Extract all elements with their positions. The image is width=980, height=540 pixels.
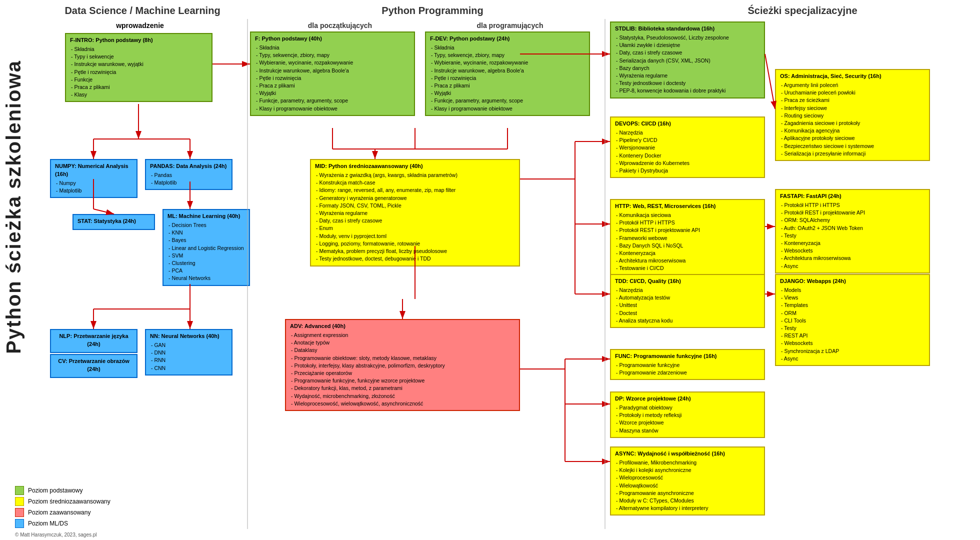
list-item: PCA bbox=[168, 267, 245, 274]
py-sub-header-programmer: dla programujących bbox=[425, 22, 595, 30]
list-item: Typy, sekwencje, zbiory, mapy bbox=[256, 52, 410, 59]
list-item: GAN bbox=[151, 342, 228, 349]
os-box: OS: Administracja, Sieć, Security (16h) … bbox=[775, 69, 930, 161]
list-item: Formaty JSON, CSV, TOML, Pickle bbox=[316, 202, 515, 210]
list-item: Assignment expression bbox=[291, 332, 515, 339]
adv-title: ADV: Advanced (40h) bbox=[290, 322, 515, 330]
list-item: Protokoły i metody refleksji bbox=[616, 412, 760, 419]
f-dev-box: F-DEV: Python podstawy (24h) Składnia Ty… bbox=[425, 32, 590, 116]
diagram: wprowadzenie F-INTRO: Python podstawy (8… bbox=[40, 19, 980, 529]
list-item: Wieloprocesowość bbox=[616, 474, 760, 482]
django-box: DJANGO: Webapps (24h) Models Views Templ… bbox=[775, 274, 930, 366]
tdd-box: TDD: CI/CD, Quality (16h) Narzędzia Auto… bbox=[610, 274, 765, 328]
list-item: Dekoratory funkcji, klas, metod, z param… bbox=[291, 384, 515, 392]
list-item: Serializacja danych (CSV, XML, JSON) bbox=[616, 57, 760, 64]
nn-list: GAN DNN RNN CNN bbox=[150, 342, 228, 372]
legend-label-ml: Poziom ML/DS bbox=[28, 520, 68, 527]
stdlib-title: STDLIB: Biblioteka standardowa (16h) bbox=[615, 25, 760, 33]
list-item: Neural Networks bbox=[168, 274, 245, 282]
col-header-ds: Data Science / Machine Learning bbox=[50, 5, 235, 16]
http-box: HTTP: Web, REST, Microservices (16h) Kom… bbox=[610, 199, 765, 276]
legend-label-mid: Poziom średniozaawansowany bbox=[28, 498, 110, 505]
list-item: Doctest bbox=[616, 310, 760, 317]
list-item: Models bbox=[781, 286, 925, 294]
list-item: Decision Trees bbox=[168, 222, 245, 229]
legend: Poziom podstawowy Poziom średniozaawanso… bbox=[15, 486, 110, 530]
cv-title: CV: Przetwarzanie obrazów (24h) bbox=[55, 358, 132, 374]
list-item: Aplikacyjne protokoły sieciowe bbox=[781, 134, 925, 142]
list-item: Kolejki i kolejki asynchroniczne bbox=[616, 466, 760, 474]
list-item: Matplotlib bbox=[151, 179, 228, 186]
list-item: SVM bbox=[168, 252, 245, 260]
fastapi-title: FASTAPI: FastAPI (24h) bbox=[780, 192, 925, 200]
list-item: Moduły, venv i pyproject.toml bbox=[316, 232, 515, 240]
list-item: Protokół REST i projektowanie API bbox=[616, 226, 760, 234]
copyright: © Matt Harasymczuk, 2023, sages.pl bbox=[15, 532, 97, 538]
ml-list: Decision Trees KNN Bayes Linear and Logi… bbox=[168, 222, 245, 282]
os-title: OS: Administracja, Sieć, Security (16h) bbox=[780, 72, 925, 80]
dp-list: Paradygmat obiektowy Protokoły i metody … bbox=[615, 404, 760, 434]
tdd-list: Narzędzia Automatyzacja testów Unittest … bbox=[615, 286, 760, 324]
list-item: Ułamki zwykłe i dziesiętne bbox=[616, 42, 760, 49]
list-item: Wyjątki bbox=[431, 90, 585, 97]
list-item: ORM: SQLAlchemy bbox=[781, 216, 925, 224]
col-headers: Data Science / Machine Learning Python P… bbox=[10, 5, 980, 16]
stdlib-box: STDLIB: Biblioteka standardowa (16h) Sta… bbox=[610, 22, 765, 98]
list-item: Wydajność, microbenchmarking, złożoność bbox=[291, 392, 515, 400]
list-item: Zagadnienia sieciowe i protokoły bbox=[781, 120, 925, 127]
list-item: Alternatywne kompilatory i interpretery bbox=[616, 504, 760, 512]
django-list: Models Views Templates ORM CLI Tools Tes… bbox=[780, 286, 925, 362]
list-item: Wielowątkowość bbox=[616, 482, 760, 490]
list-item: Dataklasy bbox=[291, 346, 515, 354]
list-item: Pętle i rozwinięcia bbox=[256, 74, 410, 82]
list-item: Automatyzacja testów bbox=[616, 294, 760, 302]
list-item: Protokoły, interfejsy, klasy abstrakcyjn… bbox=[291, 362, 515, 370]
list-item: Typy i sekwencje bbox=[71, 53, 208, 60]
list-item: Numpy bbox=[56, 180, 132, 187]
list-item: Składnia bbox=[431, 44, 585, 52]
main-container: Data Science / Machine Learning Python P… bbox=[0, 0, 980, 540]
stat-title: STAT: Statystyka (24h) bbox=[78, 218, 150, 226]
list-item: Konteneryzacja bbox=[616, 250, 760, 257]
list-item: Pętle i rozwinięcia bbox=[71, 68, 208, 76]
cv-box: CV: Przetwarzanie obrazów (24h) bbox=[50, 354, 138, 378]
list-item: RNN bbox=[151, 356, 228, 364]
list-item: Protokół HTTP i HTTPS bbox=[781, 202, 925, 209]
ml-box: ML: Machine Learning (40h) Decision Tree… bbox=[162, 209, 250, 286]
devops-title: DEVOPS: CI/CD (16h) bbox=[615, 120, 760, 128]
list-item: CLI Tools bbox=[781, 317, 925, 324]
list-item: REST API bbox=[781, 332, 925, 340]
list-item: Websockets bbox=[781, 247, 925, 254]
f-dev-title: F-DEV: Python podstawy (24h) bbox=[430, 35, 585, 43]
list-item: Uruchamianie poleceń powłoki bbox=[781, 89, 925, 96]
list-item: Funkcje, parametry, argumenty, scope bbox=[431, 97, 585, 104]
legend-label-basic: Poziom podstawowy bbox=[28, 487, 82, 494]
list-item: Maszyna stanów bbox=[616, 427, 760, 434]
svg-line-38 bbox=[765, 54, 775, 109]
list-item: Paradygmat obiektowy bbox=[616, 404, 760, 412]
f-basics-box: F: Python podstawy (40h) Składnia Typy, … bbox=[250, 32, 415, 116]
async-title: ASYNC: Wydajność i współbieżność (16h) bbox=[615, 450, 760, 458]
devops-list: Narzędzia Pipeline'y CI/CD Wersjonowanie… bbox=[615, 129, 760, 174]
list-item: Składnia bbox=[256, 44, 410, 52]
list-item: Praca ze ścieżkami bbox=[781, 96, 925, 104]
list-item: Konstrukcja match-case bbox=[316, 179, 515, 186]
list-item: Funkcje bbox=[71, 76, 208, 84]
http-title: HTTP: Web, REST, Microservices (16h) bbox=[615, 202, 760, 210]
legend-item-adv: Poziom zaawansowany bbox=[15, 508, 110, 517]
list-item: Async bbox=[781, 355, 925, 362]
func-title: FUNC: Programowanie funkcyjne (16h) bbox=[615, 352, 760, 360]
tdd-title: TDD: CI/CD, Quality (16h) bbox=[615, 278, 760, 286]
list-item: PEP-8, konwencje kodowania i dobre prakt… bbox=[616, 87, 760, 94]
list-item: Statystyka, Pseudolosowość, Liczby zespo… bbox=[616, 34, 760, 42]
func-list: Programowanie funkcyjne Programowanie zd… bbox=[615, 362, 760, 376]
list-item: Generatory i wyrażenia generatorowe bbox=[316, 194, 515, 202]
nn-title: NN: Neural Networks (40h) bbox=[150, 332, 228, 340]
list-item: Konteneryzacja bbox=[781, 240, 925, 247]
list-item: Komunikacja sieciowa bbox=[616, 212, 760, 219]
mid-box: MID: Python średniozaawansowany (40h) Wy… bbox=[310, 159, 520, 266]
section-label-intro: wprowadzenie bbox=[70, 22, 210, 30]
list-item: Interfejsy sieciowe bbox=[781, 104, 925, 112]
list-item: Daty, czas i strefy czasowe bbox=[316, 217, 515, 224]
list-item: Wybieranie, wycinanie, rozpakowywanie bbox=[256, 59, 410, 66]
